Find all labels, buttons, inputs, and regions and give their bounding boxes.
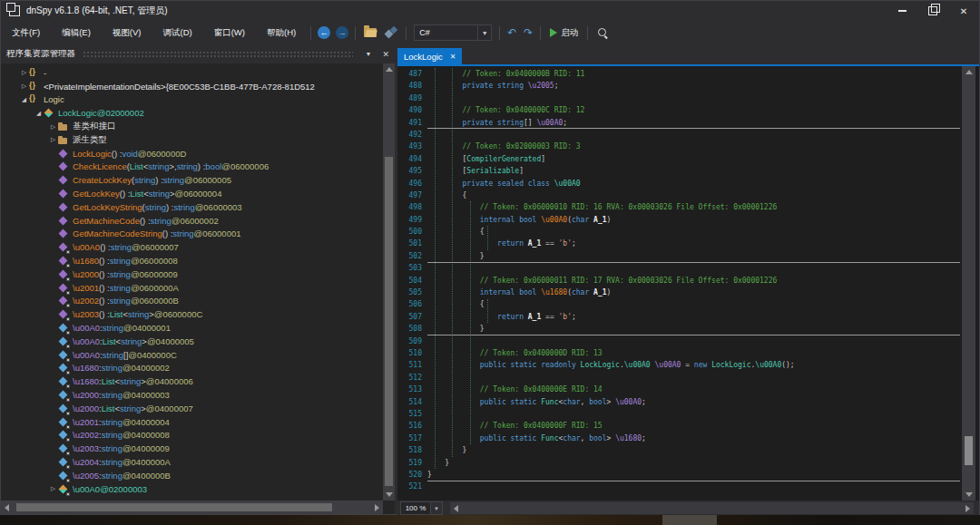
tree-item[interactable]: \u00A0() : string @06000007 [1, 240, 383, 254]
code-line[interactable]: 489 [397, 92, 979, 104]
menu-item[interactable]: 窗口(W) [203, 21, 256, 44]
tree-item[interactable]: \u2001() : string @0600000A [1, 281, 383, 295]
menu-item[interactable]: 调试(D) [152, 21, 202, 44]
scrollbar-thumb[interactable] [965, 436, 973, 465]
tree-item[interactable]: \u2005 : string @0400000B [1, 469, 383, 482]
code-line[interactable]: 491 private string[] \u00A0; [397, 117, 979, 129]
tree-item[interactable]: \u1680 : List<string> @04000006 [1, 374, 383, 388]
tab-locklogic[interactable]: LockLogic ✕ [397, 48, 462, 64]
tree-item[interactable]: \u2002 : string @04000008 [1, 429, 383, 442]
tree-item[interactable]: ▷- [1, 66, 383, 80]
expander-icon[interactable]: ▷ [19, 69, 29, 76]
code-line[interactable]: 505 internal bool \u1680(char A_1) [397, 287, 979, 298]
navigate-back-button[interactable]: ← [318, 26, 330, 39]
expander-icon[interactable]: ▷ [48, 136, 58, 143]
code-line[interactable]: 512 [397, 372, 979, 384]
menu-item[interactable]: 帮助(H) [256, 21, 307, 44]
code-line[interactable]: 514 public static Func<char, bool> \u00A… [397, 396, 979, 408]
code-line[interactable]: 488 private string \u2005; [397, 80, 979, 92]
code-line[interactable]: 501 return A_1 == 'b'; [397, 238, 979, 249]
start-button[interactable]: 启动 [544, 27, 583, 39]
tree-item[interactable]: GetMachineCode() : string @06000002 [1, 214, 383, 228]
scroll-down-icon[interactable] [386, 492, 393, 497]
chevron-down-icon[interactable]: ▼ [431, 501, 443, 515]
scroll-left-icon[interactable] [454, 505, 458, 512]
tree-vertical-scrollbar[interactable] [383, 63, 395, 501]
tree-item[interactable]: \u1680 : string @04000002 [1, 362, 383, 375]
scroll-right-icon[interactable] [375, 504, 379, 511]
scroll-up-icon[interactable] [386, 67, 393, 72]
navigate-forward-button[interactable]: → [336, 26, 348, 39]
code-line[interactable]: 520} [397, 469, 979, 481]
code-line[interactable]: 511 public static readonly LockLogic.\u0… [397, 359, 979, 371]
restore-button[interactable] [917, 1, 948, 21]
tree-item[interactable]: GetMachineCodeString() : string @0600000… [1, 228, 383, 241]
modules-icon[interactable] [386, 27, 397, 38]
search-icon[interactable] [597, 27, 609, 39]
zoom-level-select[interactable]: 100 % ▼ [400, 502, 443, 514]
tab-close-icon[interactable]: ✕ [450, 53, 456, 61]
tree-item[interactable]: \u00A0 : List<string> @04000005 [1, 335, 383, 348]
editor-vertical-scrollbar[interactable] [962, 66, 975, 501]
tree-item[interactable]: \u2003() : List<string> @0600000C [1, 307, 383, 321]
code-line[interactable]: 508 } [397, 323, 979, 335]
tree-item[interactable]: CreateLockKey(string) : string @06000005 [1, 173, 383, 187]
scrollbar-thumb[interactable] [385, 157, 393, 486]
code-line[interactable]: 499 internal bool \u00A0(char A_1) [397, 214, 979, 226]
code-line[interactable]: 497 { [397, 190, 979, 201]
tree-item[interactable]: GetLockKey() : List<string> @06000004 [1, 187, 383, 200]
tree-item[interactable]: ▷基类和接口 [1, 120, 383, 133]
code-line[interactable]: 510 // Token: 0x0400000D RID: 13 [397, 347, 979, 359]
tree-item[interactable]: \u2004 : string @0400000A [1, 455, 383, 469]
code-line[interactable]: 492 [397, 129, 979, 141]
scrollbar-thumb[interactable] [16, 503, 332, 511]
tree-item[interactable]: \u2000 : string @04000003 [1, 388, 383, 402]
tree-item[interactable]: \u2001 : string @04000004 [1, 415, 383, 429]
scroll-up-icon[interactable] [965, 70, 973, 74]
expander-icon[interactable]: ◢ [19, 96, 29, 103]
code-line[interactable]: 502 } [397, 250, 979, 262]
undo-button[interactable]: ↶ [504, 24, 520, 42]
tree-item[interactable]: GetLockKeyString(string) : string @06000… [1, 200, 383, 214]
expander-icon[interactable]: ◢ [34, 110, 44, 117]
panel-menu-icon[interactable]: ▼ [360, 51, 377, 57]
code-line[interactable]: 515 [397, 408, 979, 420]
close-button[interactable]: ✕ [948, 1, 979, 21]
code-line[interactable]: 500 { [397, 226, 979, 238]
expander-icon[interactable]: ▷ [19, 83, 29, 90]
scroll-left-icon[interactable] [5, 504, 9, 511]
editor-horizontal-scrollbar[interactable] [450, 502, 974, 514]
tree-horizontal-scrollbar[interactable] [1, 501, 383, 514]
code-line[interactable]: 490 // Token: 0x0400000C RID: 12 [397, 104, 979, 116]
tree-item[interactable]: \u2000 : List<string> @04000007 [1, 402, 383, 415]
open-file-button[interactable] [364, 28, 377, 37]
tree-item[interactable]: \u2003 : string @04000009 [1, 442, 383, 455]
tree-item[interactable]: LockLogic() : void @0600000D [1, 147, 383, 160]
tree-item[interactable]: \u00A0 : string @04000001 [1, 321, 383, 335]
tree-item[interactable]: ▷\u00A0 @02000003 [1, 482, 383, 496]
menu-item[interactable]: 视图(V) [102, 21, 152, 44]
code-line[interactable]: 503 [397, 262, 979, 274]
chevron-down-icon[interactable]: ▼ [477, 25, 491, 40]
menu-item[interactable]: 文件(F) [1, 21, 51, 44]
code-editor[interactable]: 487 // Token: 0x0400000B RID: 11488 priv… [397, 66, 979, 501]
tree-item[interactable]: ▷派生类型 [1, 133, 383, 147]
code-line[interactable]: 495 [Serializable] [397, 165, 979, 177]
code-line[interactable]: 516 // Token: 0x0400000F RID: 15 [397, 420, 979, 432]
code-line[interactable]: 487 // Token: 0x0400000B RID: 11 [397, 68, 979, 80]
language-select[interactable]: C# ▼ [414, 24, 492, 41]
code-line[interactable]: 518 } [397, 444, 979, 456]
code-line[interactable]: 493 // Token: 0x02000003 RID: 3 [397, 141, 979, 152]
tree-item[interactable]: \u1680() : string @06000008 [1, 254, 383, 267]
code-line[interactable]: 504 // Token: 0x06000011 RID: 17 RVA: 0x… [397, 275, 979, 287]
tree-item[interactable]: ▷<PrivateImplementationDetails>{8E00C53B… [1, 80, 383, 93]
code-line[interactable]: 517 public static Func<char, bool> \u168… [397, 433, 979, 444]
tree-item[interactable]: \u00A0 : string[] @0400000C [1, 348, 383, 362]
code-line[interactable]: 509 [397, 335, 979, 347]
redo-button[interactable]: ↷ [520, 24, 536, 42]
tree-item[interactable]: CheckLicence(List<string>, string) : boo… [1, 160, 383, 174]
expander-icon[interactable]: ▷ [48, 123, 58, 131]
expander-icon[interactable]: ▷ [48, 485, 58, 492]
code-line[interactable]: 513 // Token: 0x0400000E RID: 14 [397, 384, 979, 395]
menu-item[interactable]: 编辑(E) [51, 21, 102, 44]
